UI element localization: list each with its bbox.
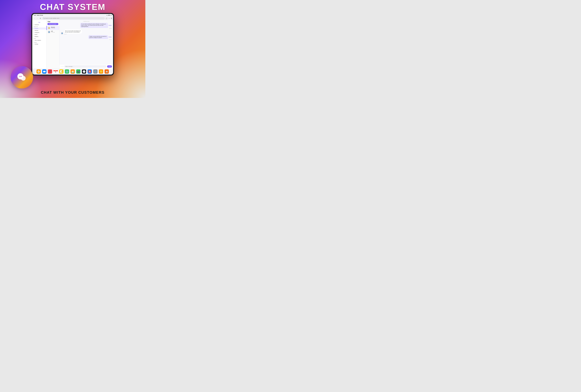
- dock-mail[interactable]: ✉️: [42, 69, 46, 74]
- dock-appstore[interactable]: 🅰️: [88, 69, 92, 74]
- dashboard-label: Dashbord: [35, 24, 39, 25]
- status-time: 12:07: [34, 15, 36, 16]
- chat-panel: Chat New Conversation 😶 Nemesis 3 weeks …: [46, 20, 60, 68]
- sidebar: logo ⊞ Dashbord PRODUCTS □ Products ↺ Re…: [32, 20, 46, 68]
- message-bubble-received-1: Sure, I'd Love to learn more about it. D…: [64, 30, 82, 33]
- dock-photos[interactable]: 🌅: [70, 69, 75, 74]
- sidebar-item-orders[interactable]: □ Orders: [32, 33, 46, 35]
- plus-icon[interactable]: ＋: [60, 66, 62, 67]
- sidebar-logo: logo: [32, 21, 46, 24]
- app-content: logo ⊞ Dashbord PRODUCTS □ Products ↺ Re…: [32, 20, 113, 68]
- chat-date-divider: 3 WEEKS AGO: [60, 20, 113, 22]
- jeff-avatar: 👤: [48, 31, 50, 33]
- message-row-sent-1: You can start by reading the project whi…: [61, 23, 112, 29]
- sidebar-section-others: OTHERS: [32, 41, 46, 43]
- shipping-label: Shipping: [34, 36, 38, 37]
- sidebar-item-categories[interactable]: ◎ Categories: [32, 31, 46, 33]
- sidebar-item-stats[interactable]: ↗ Store Statistics: [32, 39, 46, 41]
- sidebar-item-settings[interactable]: ⚙ Settings: [32, 43, 46, 45]
- jeff-time: 1 week ago: [51, 32, 58, 32]
- dashboard-icon: ⊞: [34, 24, 34, 25]
- new-conversation-button[interactable]: New Conversation: [48, 23, 58, 25]
- nemesis-name: Nemesis: [51, 27, 58, 28]
- stats-label: Store Statistics: [35, 40, 41, 41]
- dock-clock[interactable]: 🕐: [82, 69, 86, 74]
- status-date: Mon 10 Jun: [37, 15, 43, 16]
- new-tab-button[interactable]: ＋: [108, 17, 110, 19]
- settings-label: Settings: [35, 43, 38, 45]
- url-bar[interactable]: 🔍 Search or enter website name: [42, 17, 105, 19]
- dock-home[interactable]: 🏠: [104, 69, 109, 74]
- message-bubble-sent-2: Thanks, so do you think this one would b…: [88, 35, 108, 39]
- sidebar-item-refunds[interactable]: ↺ Refunds: [32, 29, 46, 31]
- send-button[interactable]: Send: [107, 65, 112, 68]
- orders-label: Orders: [34, 34, 37, 35]
- ipad-dock: 🧭 ✉️ 🎵 Monday 5 📝 🗺️ 🌅 📹 🕐 🅰️ ⚙️ 🪙 🏠: [32, 68, 113, 75]
- chat-message-input[interactable]: [64, 65, 106, 68]
- categories-icon: ◎: [34, 32, 34, 33]
- share-button[interactable]: ⬜: [106, 17, 108, 19]
- dock-music[interactable]: 🎵: [48, 69, 52, 74]
- dock-maps[interactable]: 🗺️: [65, 69, 69, 74]
- bookmarks-button[interactable]: ⊟: [39, 17, 42, 19]
- back-button[interactable]: ‹: [34, 17, 36, 19]
- svg-point-2: [19, 76, 20, 77]
- message-bubble-sent-1: You can start by reading the project whi…: [80, 23, 108, 28]
- received-avatar-1: 👤: [61, 32, 63, 34]
- sidebar-section-stats: STATS: [32, 37, 46, 39]
- dock-safari[interactable]: 🧭: [36, 69, 41, 74]
- categories-label: Categories: [35, 32, 39, 33]
- battery-status: 23%: [108, 15, 110, 16]
- message-time-received-1: 2:33 AM: [64, 34, 97, 34]
- chat-bubbles-icon: [16, 71, 28, 83]
- settings-icon: ⚙: [34, 44, 34, 45]
- products-icon: □: [34, 28, 34, 29]
- sidebar-item-products[interactable]: □ Products: [32, 27, 46, 29]
- products-label: Products: [34, 28, 38, 29]
- refunds-label: Refunds: [35, 30, 38, 31]
- conversation-item-jeff[interactable]: 👤 Jeff 1 week ago: [46, 30, 59, 34]
- chat-messages-list: You can start by reading the project whi…: [60, 22, 113, 64]
- dock-facetime[interactable]: 📹: [76, 69, 80, 74]
- ipad-screen: 12:07 Mon 10 Jun ▲ 23% ▭ ‹ › ⊟ 🔍 Search …: [32, 14, 113, 75]
- chat-icon-circle: [11, 66, 33, 88]
- chat-panel-title: Chat: [46, 20, 59, 23]
- sidebar-item-shipping[interactable]: □ Shipping: [32, 35, 46, 37]
- dock-settings[interactable]: ⚙️: [93, 69, 98, 74]
- search-icon: 🔍: [43, 18, 45, 19]
- message-time-sent-2: 2:32 AM: [109, 39, 112, 40]
- tabs-button[interactable]: ⧉: [111, 17, 112, 19]
- battery-icon: ▭: [110, 15, 112, 16]
- message-time-sent-1: 2:33 AM: [109, 28, 112, 29]
- emoji-icon[interactable]: ☺: [62, 66, 64, 67]
- url-placeholder: Search or enter website name: [45, 18, 59, 19]
- dock-calendar[interactable]: Monday 5: [54, 69, 58, 74]
- dock-coin[interactable]: 🪙: [99, 69, 103, 74]
- status-bar: 12:07 Mon 10 Jun ▲ 23% ▭: [32, 14, 113, 16]
- stats-icon: ↗: [34, 40, 34, 41]
- forward-button[interactable]: ›: [36, 17, 38, 19]
- svg-point-4: [21, 76, 22, 77]
- main-title: CHAT SYSTEM: [40, 2, 106, 12]
- ipad-frame: 12:07 Mon 10 Jun ▲ 23% ▭ ‹ › ⊟ 🔍 Search …: [31, 13, 114, 75]
- sidebar-section-products: PRODUCTS: [32, 26, 46, 27]
- conversation-item-nemesis[interactable]: 😶 Nemesis 3 weeks ago: [46, 26, 59, 30]
- refunds-icon: ↺: [34, 30, 34, 31]
- shipping-icon: □: [34, 36, 34, 37]
- nemesis-time: 3 weeks ago: [51, 28, 58, 28]
- brand-label-1: YOGI: [108, 25, 112, 26]
- sidebar-item-dashboard[interactable]: ⊞ Dashbord: [32, 24, 46, 26]
- browser-bar: ‹ › ⊟ 🔍 Search or enter website name ⬜ ＋…: [32, 16, 113, 20]
- nemesis-avatar: 😶: [48, 27, 50, 29]
- orders-icon: □: [34, 34, 34, 35]
- brand-label-2: YOGI: [108, 36, 112, 38]
- dock-notes[interactable]: 📝: [59, 69, 64, 74]
- svg-point-3: [20, 76, 21, 77]
- chat-input-icons: ＋ ☺: [60, 66, 64, 67]
- jeff-name: Jeff: [51, 31, 58, 32]
- chat-input-bar: ＋ ☺ Send: [60, 64, 113, 68]
- dock-calendar-num: 5: [55, 71, 56, 73]
- wifi-icon: ▲: [106, 15, 108, 16]
- message-row-sent-2: Thanks, so do you think this one would b…: [61, 35, 112, 40]
- message-row-received-1: 👤 Sure, I'd Love to learn more about it.…: [61, 30, 112, 34]
